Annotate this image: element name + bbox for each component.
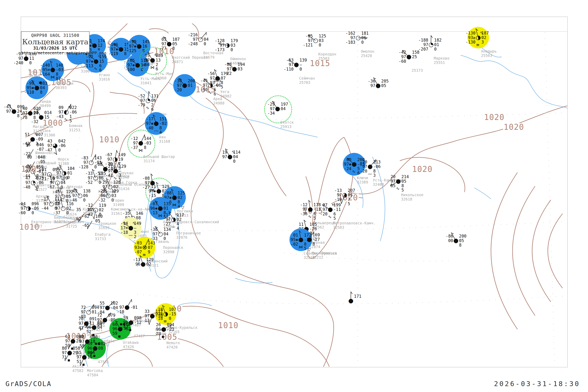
station-name-label: Зея31300: [44, 128, 55, 137]
isobar-label-1010: 1010: [218, 322, 239, 329]
station-name-label: Коркодон25503: [318, 52, 336, 60]
isobar-label-1010: 1010: [98, 136, 120, 144]
station-name-label: Мыс Лопатка32212: [312, 251, 337, 260]
station-name-label: Аян31168: [159, 135, 170, 144]
station-name-label: Марково25551: [434, 56, 450, 65]
legend-bulletin-id: QHPP98 UAOL 311500: [21, 33, 89, 38]
station-name-label: Норск31388: [58, 157, 69, 166]
station-name-label: 25173: [412, 68, 423, 72]
station-name-label: Большой Шантар31174: [144, 154, 175, 163]
station-name-label: Угино31016: [99, 73, 110, 81]
station-name-label: Омолон25428: [361, 49, 374, 58]
station-name-label: Екатерино-Никольское31707: [31, 220, 76, 228]
station-name-label: Никольское32618: [401, 193, 423, 201]
station-name-label: Усть-Мая24960: [155, 72, 173, 80]
station-name-label: Бомнак31253: [69, 124, 82, 132]
station-name-label: Горин31499: [113, 198, 124, 207]
station-name-label: Анадырь25563: [481, 49, 497, 58]
station-name-label: 47417: [134, 334, 145, 338]
station-name-label: Охотский Перевоз24871: [172, 55, 208, 64]
station-name-label: Morioka47584: [87, 368, 103, 377]
station-name-label: Сеймчан25703: [299, 76, 315, 85]
station-name-label: Тында30499: [40, 99, 51, 108]
render-timestamp: 2026-03-31-18:30: [494, 380, 580, 388]
station-name-label: Нерюнгри30393: [56, 81, 74, 90]
station-name-label: Петропавловск-Камч.32583: [333, 221, 376, 230]
station-name-label: Троицкое31655: [98, 221, 116, 230]
station-name-label: Охотск25913: [280, 120, 294, 129]
station-name-label: Арка24988: [213, 97, 224, 105]
isobar-label-1020: 1020: [412, 165, 433, 173]
legend-box: QHPP98 UAOL 311500 Кольцевая карта 31/03…: [21, 31, 90, 53]
station-name-label: Urakawa47426: [123, 340, 138, 349]
station-name-label: Ключи32389: [357, 176, 368, 184]
station-name-label: 47581: [98, 360, 109, 364]
isobar-label-1015: 1015: [309, 60, 331, 67]
map-datetime: 31/03/2026 15 UTC: [21, 46, 89, 50]
map-title: Кольцевая карта: [21, 38, 89, 46]
station-name-label: Елабуга31733: [95, 232, 110, 241]
station-name-label: Пограничное32076: [176, 231, 201, 240]
station-name-label: Akita47582: [72, 364, 84, 373]
grads-credit: GrADS/COLA: [6, 380, 52, 388]
source-url: http://meteocenter.net/circ/UHPP.png: [21, 50, 89, 55]
isobar-label-1020: 1020: [503, 123, 525, 131]
weather-map-page: 1015101510151015101010101010101010101010…: [0, 0, 588, 392]
station-name-label: Nemuro47420: [166, 341, 180, 349]
isobar-label-1020: 1020: [484, 113, 505, 121]
